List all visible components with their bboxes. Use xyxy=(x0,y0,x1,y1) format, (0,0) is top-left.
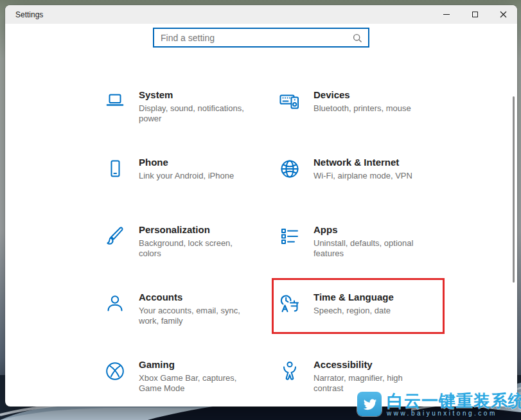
search-box xyxy=(153,28,369,48)
tile-accounts[interactable]: Accounts Your accounts, email, sync, wor… xyxy=(103,291,278,358)
close-button[interactable] xyxy=(489,5,517,24)
tile-subtitle: Background, lock screen, colors xyxy=(139,238,253,259)
maximize-button[interactable] xyxy=(461,5,489,24)
apps-list-icon xyxy=(278,224,302,249)
phone-icon xyxy=(103,157,127,181)
watermark-brand-text: 白云一键重装系统 xyxy=(387,392,521,410)
tile-title: Time & Language xyxy=(313,292,394,302)
accessibility-icon xyxy=(278,359,302,383)
close-icon xyxy=(500,11,507,18)
minimize-button[interactable] xyxy=(432,5,461,24)
tile-title: System xyxy=(139,89,173,100)
devices-icon xyxy=(278,89,302,114)
tile-time-language[interactable]: Time & Language Speech, region, date xyxy=(278,291,452,358)
search-input[interactable] xyxy=(154,29,368,46)
tile-title: Accessibility xyxy=(313,359,373,370)
vertical-scrollbar-thumb[interactable] xyxy=(513,96,515,283)
tile-subtitle: Speech, region, date xyxy=(313,306,428,316)
tile-title: Apps xyxy=(313,224,338,235)
tile-gaming[interactable]: Gaming Xbox Game Bar, captures, Game Mod… xyxy=(103,358,278,407)
tile-subtitle: Xbox Game Bar, captures, Game Mode xyxy=(139,373,253,394)
tile-network-internet[interactable]: Network & Internet Wi-Fi, airplane mode,… xyxy=(278,156,452,223)
titlebar: Settings xyxy=(5,5,517,24)
maximize-icon xyxy=(472,12,478,17)
tile-subtitle: Link your Android, iPhone xyxy=(139,171,253,181)
tile-apps[interactable]: Apps Uninstall, defaults, optional featu… xyxy=(278,223,452,291)
tile-system[interactable]: System Display, sound, notifications, po… xyxy=(103,89,278,156)
tile-subtitle: Wi-Fi, airplane mode, VPN xyxy=(313,171,428,181)
paintbrush-icon xyxy=(103,224,127,249)
settings-window: Settings xyxy=(5,5,517,407)
xbox-icon xyxy=(103,359,127,383)
minimize-icon xyxy=(443,14,450,15)
globe-icon xyxy=(278,157,302,181)
window-title: Settings xyxy=(5,10,43,19)
twitter-bird-icon xyxy=(357,392,382,416)
tile-devices[interactable]: Devices Bluetooth, printers, mouse xyxy=(278,89,452,156)
tile-subtitle: Display, sound, notifications, power xyxy=(139,103,253,124)
tile-phone[interactable]: Phone Link your Android, iPhone xyxy=(103,156,278,223)
tile-subtitle: Your accounts, email, sync, work, family xyxy=(139,306,253,326)
laptop-icon xyxy=(103,89,127,114)
tile-title: Personalization xyxy=(139,224,210,235)
watermark: 白云一键重装系统 www.baiyunxitong.com xyxy=(357,392,521,417)
tile-title: Devices xyxy=(313,89,350,100)
tile-title: Network & Internet xyxy=(313,157,399,168)
tile-title: Gaming xyxy=(139,359,175,370)
tile-personalization[interactable]: Personalization Background, lock screen,… xyxy=(103,223,278,291)
search-icon xyxy=(352,33,363,44)
watermark-url-text: www.baiyunxitong.com xyxy=(387,410,521,417)
clock-language-icon xyxy=(278,292,302,316)
person-icon xyxy=(103,292,127,316)
settings-category-grid: System Display, sound, notifications, po… xyxy=(103,89,452,407)
tile-title: Accounts xyxy=(139,292,182,302)
tile-subtitle: Bluetooth, printers, mouse xyxy=(313,103,428,114)
tile-subtitle: Uninstall, defaults, optional features xyxy=(313,238,428,259)
tile-title: Phone xyxy=(139,157,168,168)
